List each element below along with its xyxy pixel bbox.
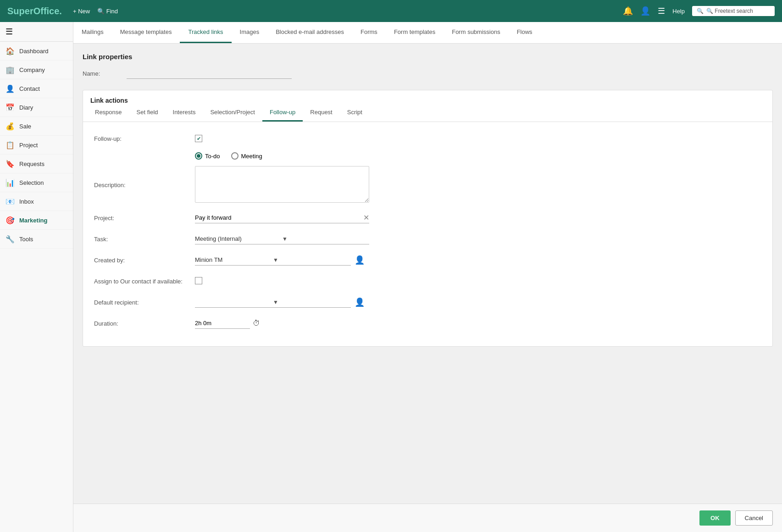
assign-checkbox[interactable] xyxy=(195,277,202,284)
follow-up-label: Follow-up: xyxy=(94,135,195,142)
diary-icon: 📅 xyxy=(6,103,15,112)
tab-flows[interactable]: Flows xyxy=(509,22,541,43)
follow-up-checkbox[interactable]: ✔ xyxy=(195,135,202,142)
created-by-select[interactable]: Minion TM ▼ xyxy=(195,255,351,266)
sidebar-item-requests[interactable]: 🔖 Requests xyxy=(0,155,73,173)
tab-mailings[interactable]: Mailings xyxy=(73,22,112,43)
cancel-button[interactable]: Cancel xyxy=(735,510,773,526)
description-textarea[interactable] xyxy=(195,166,369,203)
tab-images[interactable]: Images xyxy=(232,22,268,43)
assign-control xyxy=(195,277,761,286)
radio-meeting[interactable]: Meeting xyxy=(231,152,262,160)
project-input[interactable] xyxy=(195,212,360,223)
sidebar-item-tools[interactable]: 🔧 Tools xyxy=(0,230,73,249)
ok-button[interactable]: OK xyxy=(699,510,731,526)
user-profile-icon[interactable]: 👤 xyxy=(640,6,650,16)
default-recipient-user-icon[interactable]: 👤 xyxy=(355,297,365,307)
menu-icon[interactable]: ☰ xyxy=(658,6,665,16)
sidebar-label-company: Company xyxy=(19,66,45,73)
sidebar-label-dashboard: Dashboard xyxy=(19,48,49,55)
sale-icon: 💰 xyxy=(6,122,15,131)
name-input[interactable] xyxy=(127,68,292,79)
tab-tracked-links[interactable]: Tracked links xyxy=(180,22,231,43)
sidebar-item-marketing[interactable]: 🎯 Marketing xyxy=(0,211,73,230)
default-recipient-chevron-icon: ▼ xyxy=(273,299,351,305)
app-name: SuperOffice xyxy=(7,6,59,17)
tab-form-templates[interactable]: Form templates xyxy=(386,22,444,43)
sidebar-item-selection[interactable]: 📊 Selection xyxy=(0,173,73,192)
project-control: ✕ xyxy=(195,212,761,223)
sidebar-item-inbox[interactable]: 📧 Inbox xyxy=(0,192,73,211)
sidebar-item-diary[interactable]: 📅 Diary xyxy=(0,98,73,117)
project-row: Project: ✕ xyxy=(94,211,761,225)
task-chevron-icon: ▼ xyxy=(282,236,369,242)
page-content: Link properties Name: Link actions Respo… xyxy=(73,44,782,504)
sub-tab-response[interactable]: Response xyxy=(88,104,129,122)
main-content: Mailings Message templates Tracked links… xyxy=(73,22,782,532)
tab-blocked-email[interactable]: Blocked e-mail addresses xyxy=(267,22,352,43)
created-by-control: Minion TM ▼ 👤 xyxy=(195,255,761,266)
sub-tab-follow-up[interactable]: Follow-up xyxy=(262,104,303,122)
name-label: Name: xyxy=(83,70,119,77)
project-field: ✕ xyxy=(195,212,369,223)
new-button[interactable]: + New xyxy=(73,8,90,15)
help-button[interactable]: Help xyxy=(672,8,685,15)
sub-tab-request[interactable]: Request xyxy=(303,104,339,122)
sidebar-toggle[interactable]: ☰ xyxy=(0,22,73,42)
page-footer: OK Cancel xyxy=(73,504,782,532)
tab-forms[interactable]: Forms xyxy=(352,22,386,43)
selection-icon: 📊 xyxy=(6,178,15,187)
tab-message-templates[interactable]: Message templates xyxy=(112,22,180,43)
find-button[interactable]: 🔍 Find xyxy=(97,8,118,15)
sub-tab-interests[interactable]: Interests xyxy=(166,104,203,122)
follow-up-checkbox-control: ✔ xyxy=(195,135,761,143)
task-value: Meeting (Internal) xyxy=(195,235,282,242)
sidebar-item-project[interactable]: 📋 Project xyxy=(0,136,73,155)
default-recipient-select[interactable]: ▼ xyxy=(195,297,351,308)
requests-icon: 🔖 xyxy=(6,159,15,168)
tab-form-submissions[interactable]: Form submissions xyxy=(444,22,508,43)
radio-todo-btn[interactable] xyxy=(195,152,202,160)
sub-tab-selection-project[interactable]: Selection/Project xyxy=(203,104,262,122)
sidebar-label-contact: Contact xyxy=(19,85,40,92)
follow-up-form: Follow-up: ✔ To-do Meeting xyxy=(83,122,772,346)
notifications-icon[interactable]: 🔔 xyxy=(623,6,633,16)
sidebar-item-company[interactable]: 🏢 Company xyxy=(0,61,73,79)
duration-field: ⏱ xyxy=(195,318,761,329)
default-recipient-control: ▼ 👤 xyxy=(195,297,761,308)
duration-input[interactable] xyxy=(195,318,250,329)
radio-group: To-do Meeting xyxy=(94,152,761,160)
sidebar-label-sale: Sale xyxy=(19,123,31,130)
sidebar-label-project: Project xyxy=(19,142,38,149)
sidebar-item-dashboard[interactable]: 🏠 Dashboard xyxy=(0,42,73,61)
duration-clock-icon[interactable]: ⏱ xyxy=(253,319,260,327)
top-nav-right: 🔔 👤 ☰ Help 🔍 🔍 Freetext search xyxy=(623,6,775,16)
sidebar-label-inbox: Inbox xyxy=(19,198,34,205)
contact-icon: 👤 xyxy=(6,84,15,93)
radio-todo-label: To-do xyxy=(205,153,220,160)
radio-todo[interactable]: To-do xyxy=(195,152,220,160)
created-by-user-icon[interactable]: 👤 xyxy=(355,255,365,265)
created-by-chevron-icon: ▼ xyxy=(273,257,351,263)
task-select[interactable]: Meeting (Internal) ▼ xyxy=(195,233,369,244)
sidebar-item-contact[interactable]: 👤 Contact xyxy=(0,79,73,98)
inbox-icon: 📧 xyxy=(6,197,15,206)
radio-meeting-btn[interactable] xyxy=(231,152,238,160)
sub-tab-set-field[interactable]: Set field xyxy=(129,104,166,122)
main-layout: ☰ 🏠 Dashboard 🏢 Company 👤 Contact 📅 Diar… xyxy=(0,22,782,532)
created-by-value: Minion TM xyxy=(195,256,273,263)
sub-tab-script[interactable]: Script xyxy=(340,104,370,122)
created-by-row: Created by: Minion TM ▼ 👤 xyxy=(94,253,761,267)
name-row: Name: xyxy=(83,68,773,79)
tools-icon: 🔧 xyxy=(6,234,15,244)
default-recipient-row: Default recipient: ▼ 👤 xyxy=(94,295,761,310)
created-by-field-group: Minion TM ▼ 👤 xyxy=(195,255,761,266)
sidebar-item-sale[interactable]: 💰 Sale xyxy=(0,117,73,136)
assign-label: Assign to Our contact if available: xyxy=(94,278,195,285)
radio-meeting-label: Meeting xyxy=(241,153,262,160)
project-label: Project: xyxy=(94,215,195,222)
freetext-search[interactable]: 🔍 🔍 Freetext search xyxy=(692,6,775,16)
project-clear-btn[interactable]: ✕ xyxy=(363,214,369,222)
default-recipient-field-group: ▼ 👤 xyxy=(195,297,761,308)
task-control: Meeting (Internal) ▼ xyxy=(195,233,761,244)
